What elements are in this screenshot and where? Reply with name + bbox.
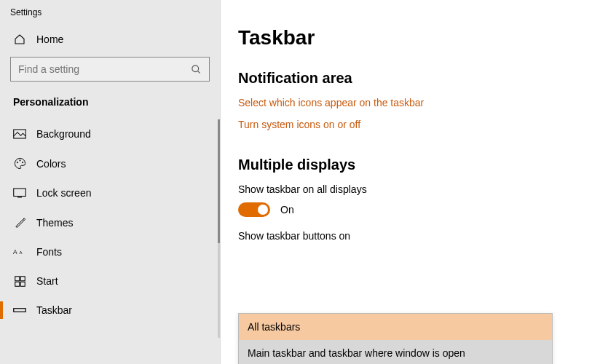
svg-text:A: A [13,248,17,256]
app-title: Settings [0,6,220,26]
sidebar-item-label: Start [36,275,58,287]
sidebar-item-label: Taskbar [36,304,72,316]
svg-point-3 [17,162,17,162]
page-title: Taskbar [238,26,583,50]
link-select-icons[interactable]: Select which icons appear on the taskbar [238,97,583,108]
search-box[interactable] [10,57,210,82]
lock-screen-icon [13,188,26,198]
sidebar-item-themes[interactable]: Themes [0,207,220,237]
multiple-displays-heading: Multiple displays [238,157,583,173]
svg-point-5 [22,162,23,162]
main-content: Taskbar Notification area Select which i… [221,0,600,364]
nav-list: Background Colors Lock screen Themes [0,119,220,325]
buttons-on-label: Show taskbar buttons on [238,230,583,242]
svg-point-4 [19,160,20,161]
sidebar-item-label: Background [36,128,91,140]
svg-rect-10 [15,276,19,280]
dropdown-list: All taskbars Main taskbar and taskbar wh… [238,313,553,364]
sidebar-item-background[interactable]: Background [0,119,220,149]
svg-rect-14 [14,309,26,312]
sidebar-item-label: Fonts [36,246,62,258]
dropdown-option-main-and-window[interactable]: Main taskbar and taskbar where window is… [239,340,552,364]
settings-window: Settings Home Personalization [0,0,600,364]
svg-rect-6 [14,189,26,197]
taskbar-buttons-dropdown[interactable]: All taskbars Main taskbar and taskbar wh… [238,313,553,336]
svg-line-1 [197,71,200,73]
sidebar-item-taskbar[interactable]: Taskbar [0,296,220,325]
dropdown-option-all-taskbars[interactable]: All taskbars [239,314,552,340]
home-label: Home [36,33,63,45]
toggle-row: On [238,202,583,217]
sidebar-item-colors[interactable]: Colors [0,149,220,178]
home-icon [13,33,26,45]
svg-point-0 [192,65,199,71]
sidebar: Settings Home Personalization [0,0,221,364]
picture-icon [13,129,26,139]
svg-rect-13 [20,282,25,286]
toggle-state: On [280,204,294,215]
themes-icon [13,216,26,229]
palette-icon [13,157,26,170]
notification-area-heading: Notification area [238,70,583,87]
fonts-icon: AA [13,247,26,257]
taskbar-icon [13,306,26,314]
search-icon [191,64,202,75]
sidebar-item-lock-screen[interactable]: Lock screen [0,178,220,207]
sidebar-item-label: Themes [36,217,74,229]
section-header: Personalization [0,92,220,119]
search-input[interactable] [18,63,191,75]
sidebar-item-fonts[interactable]: AA Fonts [0,237,220,266]
search-container [0,52,220,92]
toggle-label: Show taskbar on all displays [238,183,583,195]
link-system-icons[interactable]: Turn system icons on or off [238,119,583,130]
sidebar-item-label: Lock screen [36,187,91,199]
home-nav[interactable]: Home [0,26,220,52]
show-taskbar-toggle[interactable] [238,202,270,217]
start-icon [13,276,26,287]
sidebar-item-label: Colors [36,158,66,170]
toggle-knob [258,205,268,215]
svg-text:A: A [19,250,22,255]
sidebar-item-start[interactable]: Start [0,266,220,296]
svg-rect-11 [20,276,25,280]
svg-rect-12 [15,282,19,286]
